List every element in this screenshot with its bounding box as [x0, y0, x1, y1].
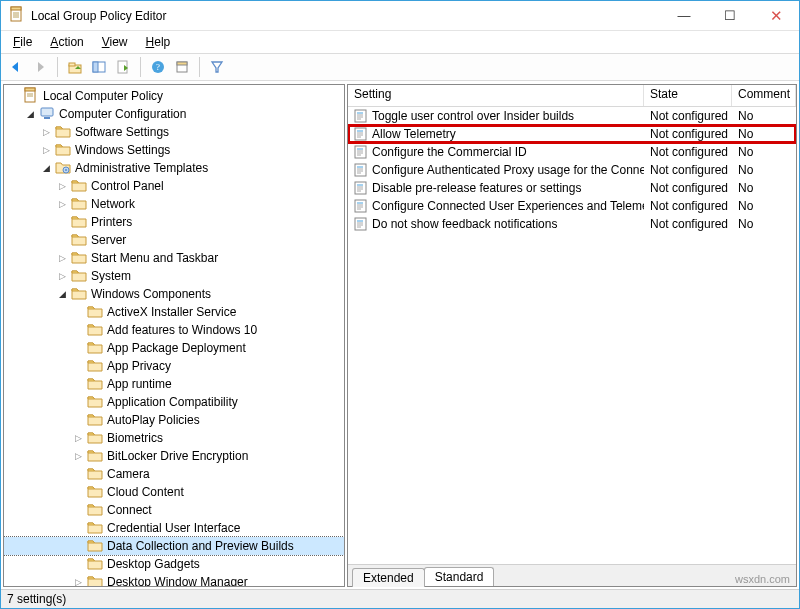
- comment-cell: No: [732, 109, 796, 123]
- up-button[interactable]: [64, 56, 86, 78]
- col-comment[interactable]: Comment: [732, 85, 796, 106]
- tree-admin-templates[interactable]: ◢Administrative Templates: [4, 159, 344, 177]
- tree-software-settings[interactable]: ▷Software Settings: [4, 123, 344, 141]
- expand-icon[interactable]: ▷: [72, 450, 85, 463]
- expand-icon[interactable]: ▷: [56, 270, 69, 283]
- maximize-button[interactable]: ☐: [707, 1, 753, 31]
- expand-icon[interactable]: ▷: [40, 126, 53, 139]
- list-row[interactable]: Configure Connected User Experiences and…: [348, 197, 796, 215]
- tree-desktop-gadgets[interactable]: ▷Desktop Gadgets: [4, 555, 344, 573]
- tree-app-package[interactable]: ▷App Package Deployment: [4, 339, 344, 357]
- forward-button[interactable]: [29, 56, 51, 78]
- list-row[interactable]: Disable pre-release features or settings…: [348, 179, 796, 197]
- tree-windows-components[interactable]: ◢Windows Components: [4, 285, 344, 303]
- tree-system[interactable]: ▷System: [4, 267, 344, 285]
- tree-computer-config[interactable]: ◢Computer Configuration: [4, 105, 344, 123]
- setting-label: Allow Telemetry: [372, 127, 456, 141]
- tree-desktop-wm[interactable]: ▷Desktop Window Manager: [4, 573, 344, 587]
- tree-label: Local Computer Policy: [43, 89, 163, 103]
- expand-icon[interactable]: ▷: [72, 432, 85, 445]
- tab-extended[interactable]: Extended: [352, 568, 425, 587]
- tree-bitlocker[interactable]: ▷BitLocker Drive Encryption: [4, 447, 344, 465]
- list-row[interactable]: Configure the Commercial IDNot configure…: [348, 143, 796, 161]
- col-state[interactable]: State: [644, 85, 732, 106]
- tree-label: Desktop Gadgets: [107, 557, 200, 571]
- col-setting[interactable]: Setting: [348, 85, 644, 106]
- collapse-icon[interactable]: ◢: [56, 288, 69, 301]
- state-cell: Not configured: [644, 217, 732, 231]
- tree-label: Administrative Templates: [75, 161, 208, 175]
- setting-cell: Configure Authenticated Proxy usage for …: [348, 163, 644, 177]
- tree-label: App runtime: [107, 377, 172, 391]
- state-cell: Not configured: [644, 163, 732, 177]
- tree-label: Credential User Interface: [107, 521, 240, 535]
- comment-cell: No: [732, 163, 796, 177]
- menu-view[interactable]: View: [94, 33, 136, 51]
- tree-camera[interactable]: ▷Camera: [4, 465, 344, 483]
- tree-connect[interactable]: ▷Connect: [4, 501, 344, 519]
- list-row[interactable]: Do not show feedback notificationsNot co…: [348, 215, 796, 233]
- setting-label: Configure the Commercial ID: [372, 145, 527, 159]
- folder-icon: [87, 519, 103, 538]
- tab-standard[interactable]: Standard: [424, 567, 495, 586]
- svg-rect-13: [177, 62, 187, 65]
- collapse-icon[interactable]: ◢: [24, 108, 37, 121]
- tree-windows-settings[interactable]: ▷Windows Settings: [4, 141, 344, 159]
- expand-icon[interactable]: ▷: [56, 180, 69, 193]
- show-hide-tree-button[interactable]: [88, 56, 110, 78]
- list-row[interactable]: Configure Authenticated Proxy usage for …: [348, 161, 796, 179]
- expand-icon[interactable]: ▷: [40, 144, 53, 157]
- tree-pane[interactable]: ▷Local Computer Policy◢Computer Configur…: [3, 84, 345, 587]
- tree-data-collection[interactable]: ▷Data Collection and Preview Builds: [4, 537, 344, 555]
- svg-rect-18: [41, 108, 53, 116]
- menu-action[interactable]: Action: [42, 33, 91, 51]
- svg-rect-22: [355, 110, 366, 122]
- tree-cred-ui[interactable]: ▷Credential User Interface: [4, 519, 344, 537]
- tree-app-runtime[interactable]: ▷App runtime: [4, 375, 344, 393]
- tree-biometrics[interactable]: ▷Biometrics: [4, 429, 344, 447]
- tree-printers[interactable]: ▷Printers: [4, 213, 344, 231]
- tree-server[interactable]: ▷Server: [4, 231, 344, 249]
- list-row[interactable]: Toggle user control over Insider buildsN…: [348, 107, 796, 125]
- list-row[interactable]: Allow TelemetryNot configuredNo: [348, 125, 796, 143]
- view-tabs: Extended Standard: [348, 564, 796, 586]
- folder-icon: [87, 339, 103, 358]
- expand-icon[interactable]: ▷: [56, 252, 69, 265]
- tree-label: App Privacy: [107, 359, 171, 373]
- tree-start-menu[interactable]: ▷Start Menu and Taskbar: [4, 249, 344, 267]
- tree-cloud[interactable]: ▷Cloud Content: [4, 483, 344, 501]
- tree-label: Cloud Content: [107, 485, 184, 499]
- folder-icon: [23, 87, 39, 106]
- filter-button[interactable]: [206, 56, 228, 78]
- folder-icon: [87, 555, 103, 574]
- tree-control-panel[interactable]: ▷Control Panel: [4, 177, 344, 195]
- separator: [199, 57, 200, 77]
- expand-icon[interactable]: ▷: [56, 198, 69, 211]
- menu-help[interactable]: Help: [138, 33, 179, 51]
- folder-icon: [87, 573, 103, 588]
- tree-add-features[interactable]: ▷Add features to Windows 10: [4, 321, 344, 339]
- tree-root[interactable]: ▷Local Computer Policy: [4, 87, 344, 105]
- menu-file[interactable]: File: [5, 33, 40, 51]
- collapse-icon[interactable]: ◢: [40, 162, 53, 175]
- folder-icon: [71, 285, 87, 304]
- close-button[interactable]: ✕: [753, 1, 799, 31]
- properties-button[interactable]: [171, 56, 193, 78]
- tree-app-compat[interactable]: ▷Application Compatibility: [4, 393, 344, 411]
- tree-app-privacy[interactable]: ▷App Privacy: [4, 357, 344, 375]
- svg-rect-37: [355, 164, 366, 176]
- tree-network[interactable]: ▷Network: [4, 195, 344, 213]
- folder-icon: [87, 321, 103, 340]
- help-button[interactable]: ?: [147, 56, 169, 78]
- back-button[interactable]: [5, 56, 27, 78]
- menubar: File Action View Help: [1, 31, 799, 53]
- folder-icon: [55, 159, 71, 178]
- expand-icon[interactable]: ▷: [72, 576, 85, 588]
- minimize-button[interactable]: —: [661, 1, 707, 31]
- status-text: 7 setting(s): [7, 592, 66, 606]
- tree-activex[interactable]: ▷ActiveX Installer Service: [4, 303, 344, 321]
- export-button[interactable]: [112, 56, 134, 78]
- setting-cell: Disable pre-release features or settings: [348, 181, 644, 195]
- comment-cell: No: [732, 199, 796, 213]
- tree-autoplay[interactable]: ▷AutoPlay Policies: [4, 411, 344, 429]
